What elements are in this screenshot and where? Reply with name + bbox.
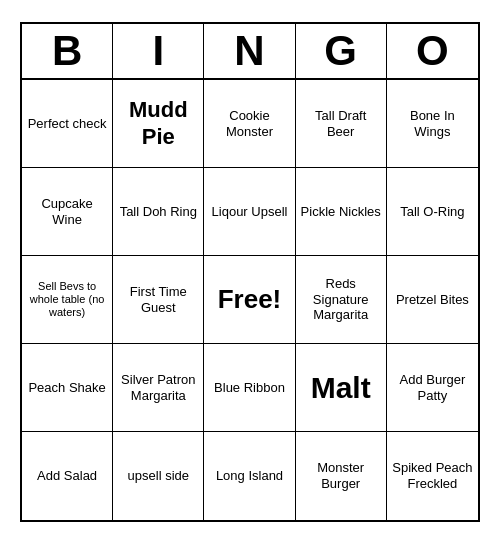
header-i: I [113,24,204,78]
bingo-header: B I N G O [22,24,478,80]
bingo-cell-10: Sell Bevs to whole table (no waters) [22,256,113,344]
bingo-cell-24: Spiked Peach Freckled [387,432,478,520]
bingo-cell-14: Pretzel Bites [387,256,478,344]
bingo-cell-9: Tall O-Ring [387,168,478,256]
header-o: O [387,24,478,78]
bingo-cell-2: Cookie Monster [204,80,295,168]
bingo-cell-6: Tall Doh Ring [113,168,204,256]
bingo-cell-7: Liqour Upsell [204,168,295,256]
bingo-cell-17: Blue Ribbon [204,344,295,432]
bingo-cell-22: Long Island [204,432,295,520]
header-g: G [296,24,387,78]
bingo-cell-8: Pickle Nickles [296,168,387,256]
header-n: N [204,24,295,78]
bingo-cell-23: Monster Burger [296,432,387,520]
bingo-cell-5: Cupcake Wine [22,168,113,256]
bingo-cell-16: Silver Patron Margarita [113,344,204,432]
bingo-cell-3: Tall Draft Beer [296,80,387,168]
bingo-cell-1: Mudd Pie [113,80,204,168]
header-b: B [22,24,113,78]
bingo-cell-4: Bone In Wings [387,80,478,168]
bingo-cell-13: Reds Signature Margarita [296,256,387,344]
bingo-cell-12: Free! [204,256,295,344]
bingo-card: B I N G O Perfect checkMudd PieCookie Mo… [20,22,480,522]
bingo-cell-15: Peach Shake [22,344,113,432]
bingo-cell-18: Malt [296,344,387,432]
bingo-cell-0: Perfect check [22,80,113,168]
bingo-grid: Perfect checkMudd PieCookie MonsterTall … [22,80,478,520]
bingo-cell-19: Add Burger Patty [387,344,478,432]
bingo-cell-21: upsell side [113,432,204,520]
bingo-cell-20: Add Salad [22,432,113,520]
bingo-cell-11: First Time Guest [113,256,204,344]
